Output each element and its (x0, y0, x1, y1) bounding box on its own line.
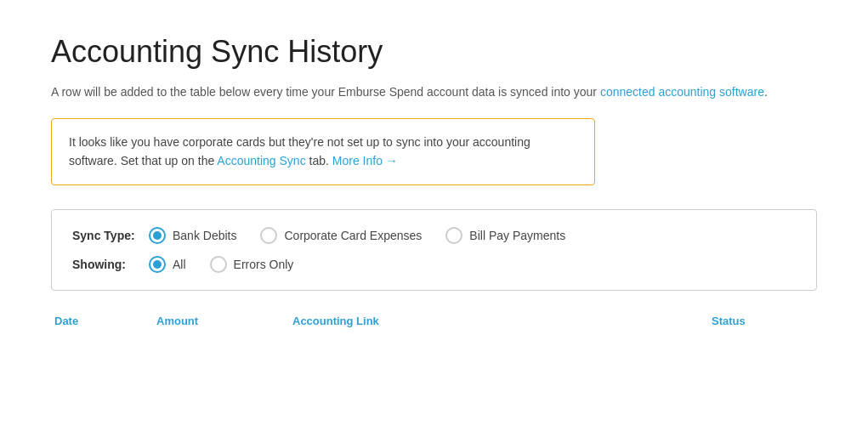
subtitle-end: . (764, 85, 768, 99)
radio-bill-pay-indicator (445, 227, 462, 244)
showing-label: Showing: (72, 258, 149, 271)
radio-corporate-card-indicator (260, 227, 277, 244)
column-header-accounting-link: Accounting Link (292, 315, 712, 327)
showing-radio-group: All Errors Only (149, 256, 293, 273)
sync-type-row: Sync Type: Bank Debits Corporate Card Ex… (72, 227, 796, 244)
showing-all-label: All (173, 258, 186, 271)
sync-type-bill-pay-label: Bill Pay Payments (469, 229, 565, 242)
sync-type-label: Sync Type: (72, 229, 149, 242)
page-title: Accounting Sync History (51, 34, 817, 70)
filter-box: Sync Type: Bank Debits Corporate Card Ex… (51, 209, 817, 291)
warning-text-middle: tab. (306, 154, 332, 167)
accounting-sync-link[interactable]: Accounting Sync (217, 154, 305, 167)
column-header-date: Date (54, 315, 156, 327)
subtitle-text: A row will be added to the table below e… (51, 85, 600, 99)
showing-all[interactable]: All (149, 256, 186, 273)
column-header-status: Status (712, 315, 814, 327)
radio-all-indicator (149, 256, 166, 273)
showing-errors-only[interactable]: Errors Only (210, 256, 294, 273)
connected-accounting-link[interactable]: connected accounting software (600, 85, 764, 99)
more-info-link[interactable]: More Info → (332, 154, 398, 167)
showing-errors-only-label: Errors Only (234, 258, 294, 271)
column-header-amount: Amount (156, 315, 292, 327)
sync-type-corporate-card[interactable]: Corporate Card Expenses (260, 227, 422, 244)
sync-type-bank-debits-label: Bank Debits (173, 229, 236, 242)
sync-type-corporate-card-label: Corporate Card Expenses (284, 229, 422, 242)
radio-errors-only-indicator (210, 256, 227, 273)
sync-type-radio-group: Bank Debits Corporate Card Expenses Bill… (149, 227, 565, 244)
showing-row: Showing: All Errors Only (72, 256, 796, 273)
warning-box: It looks like you have corporate cards b… (51, 118, 595, 185)
table-header: Date Amount Accounting Link Status (51, 315, 817, 327)
sync-type-bank-debits[interactable]: Bank Debits (149, 227, 236, 244)
subtitle: A row will be added to the table below e… (51, 83, 817, 101)
sync-type-bill-pay[interactable]: Bill Pay Payments (445, 227, 565, 244)
radio-bank-debits-indicator (149, 227, 166, 244)
